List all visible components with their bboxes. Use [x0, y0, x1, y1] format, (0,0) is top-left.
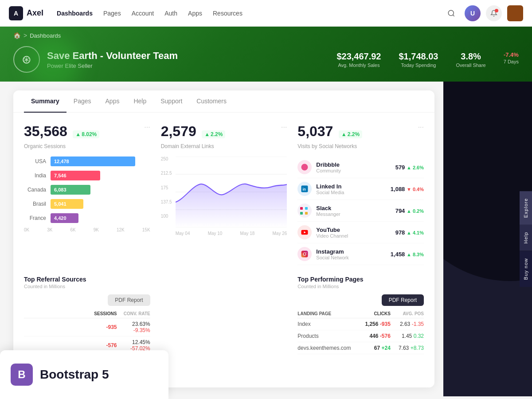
bar-fill: 4,420 [51, 213, 78, 223]
stat-label: 7 Days [504, 59, 519, 64]
bar-fill: 12,478 [51, 156, 135, 166]
main-area: Summary Pages Apps Help Support Customer… [0, 82, 532, 396]
green-header: 🏠 > Dashboards ⊛ Save Earth - Volunteer … [0, 27, 532, 82]
nav-pages[interactable]: Pages [103, 10, 121, 17]
linkedin-icon: in [297, 182, 312, 196]
page-clicks: 67 +24 [361, 345, 391, 351]
social-info: YouTube Video Channel [316, 227, 348, 239]
social-label: Visits by Social Networks [297, 143, 424, 149]
line-chart-container: 250 212.5 175 137.5 100 [161, 156, 287, 236]
instagram-icon [297, 247, 312, 261]
domain-links-more[interactable]: ··· [281, 123, 287, 131]
axis-label: 12K [117, 227, 125, 232]
page-clicks: 446 -576 [361, 333, 391, 339]
search-button[interactable] [443, 5, 459, 21]
social-row-slack: Slack Messanger 794 ▲ 0.2% [297, 200, 424, 222]
metric-header: 2,579 ▲ 2.2% ··· [161, 123, 287, 140]
brand-name: Axel [27, 8, 43, 18]
referral-pdf-btn[interactable]: PDF Report [108, 294, 150, 306]
brand[interactable]: A Axel [9, 6, 43, 20]
axis-label: 15K [142, 227, 150, 232]
axis-label: 6K [70, 227, 76, 232]
nav-dashboards[interactable]: Dashboards [57, 10, 93, 17]
col-header [24, 311, 83, 316]
stat-today-spending: $1,748.03 Today Spending [399, 51, 438, 68]
user-profile-btn[interactable]: U [465, 5, 481, 21]
social-info: Linked In Social Media [316, 183, 344, 195]
page-clicks: 1,256 -935 [361, 321, 391, 327]
social-row-instagram: Instagram Social Network 1,458 ▲ 8.3% [297, 243, 424, 265]
social-count: 1,458 ▲ 8.3% [391, 251, 424, 258]
social-name: Slack [316, 205, 340, 211]
dribbble-icon [297, 160, 312, 174]
bar-value: 5,041 [54, 201, 66, 207]
tab-summary[interactable]: Summary [24, 90, 66, 113]
social-count: 579 ▲ 2.6% [395, 164, 424, 171]
user-avatar[interactable] [507, 5, 523, 21]
bar-value: 7,546 [54, 173, 66, 178]
social-right: 794 ▲ 0.2% [395, 207, 424, 214]
svg-point-13 [306, 252, 307, 253]
col-header-rate: CONV. RATE [121, 311, 150, 316]
col-header-pos: AVG. POS [394, 311, 424, 316]
tab-customers[interactable]: Customers [189, 90, 234, 113]
nav-account[interactable]: Account [132, 10, 154, 17]
referral-sessions: -935 [87, 324, 117, 330]
bar-row-france: France 4,420 [24, 213, 150, 223]
referral-rate: 12.45% -57.02% [121, 339, 150, 352]
referral-sessions: -576 [87, 342, 117, 348]
social-more[interactable]: ··· [418, 123, 424, 131]
x-axis: May 04 May 10 May 18 May 26 [176, 231, 287, 236]
svg-point-0 [448, 10, 454, 16]
white-card: Summary Pages Apps Help Support Customer… [13, 90, 434, 387]
bar-value: 12,478 [54, 159, 69, 164]
nav-resources[interactable]: Resources [213, 10, 243, 17]
header-content: ⊛ Save Earth - Volunteer Team Power Elit… [13, 46, 519, 82]
metrics-grid: 35,568 ▲ 8.02% ··· Organic Sessions USA … [13, 113, 434, 276]
social-count: 1,088 ▼ 0.4% [391, 186, 424, 192]
organic-sessions-change: ▲ 8.02% [73, 130, 99, 138]
stat-value: $23,467.92 [336, 51, 381, 62]
top-pages-pdf-btn[interactable]: PDF Report [382, 294, 424, 306]
explore-button[interactable]: Explore [520, 191, 532, 225]
tab-pages[interactable]: Pages [66, 90, 98, 113]
stat-label: Avg. Monthly Sales [336, 63, 381, 68]
bar-value: 4,420 [54, 215, 66, 221]
bar-row-india: India 7,546 [24, 171, 150, 180]
nav-apps[interactable]: Apps [188, 10, 202, 17]
bar-value: 6,083 [54, 187, 66, 192]
top-pages-title: Top Performing Pages [297, 276, 424, 283]
side-buttons: Explore Help Buy now [520, 191, 532, 287]
domain-links-value: 2,579 [161, 123, 196, 139]
organic-sessions-more[interactable]: ··· [144, 123, 150, 131]
line-chart: May 04 May 10 May 18 May 26 [176, 156, 287, 236]
buy-now-button[interactable]: Buy now [520, 251, 532, 287]
stat-overall-share: 3.8% Overall Share [456, 51, 485, 68]
social-type: Social Network [316, 255, 348, 260]
tab-apps[interactable]: Apps [98, 90, 127, 113]
social-name: Instagram [316, 248, 348, 255]
stat-value: $1,748.03 [399, 51, 438, 62]
metric-value-area: 35,568 ▲ 8.02% [24, 123, 99, 140]
social-networks-panel: 5,037 ▲ 2.2% ··· Visits by Social Networ… [297, 123, 424, 265]
bar-axis: 0K 3K 6K 9K 12K 15K [24, 227, 150, 232]
bar-country: India [24, 172, 46, 179]
line-chart-svg [176, 156, 287, 227]
tab-help[interactable]: Help [126, 90, 153, 113]
social-right: 1,088 ▼ 0.4% [391, 186, 424, 192]
nav-links: Dashboards Pages Account Auth Apps Resou… [57, 10, 443, 17]
dark-circle [443, 82, 532, 281]
social-right: 978 ▲ 4.1% [395, 229, 424, 236]
axis-label: 0K [24, 227, 29, 232]
social-info: Dribbble Community [316, 161, 341, 173]
bar-fill: 7,546 [51, 171, 100, 180]
nav-auth[interactable]: Auth [164, 10, 177, 17]
col-header-sessions: SESSIONS [87, 311, 117, 316]
top-pages-panel: Top Performing Pages Counted in Millions… [297, 276, 424, 373]
notifications-btn[interactable] [486, 5, 502, 21]
tab-support[interactable]: Support [153, 90, 189, 113]
bootstrap-icon: B [11, 364, 33, 386]
help-button[interactable]: Help [520, 225, 532, 251]
domain-links-label: Domain External Links [161, 143, 287, 149]
header-title-area: Save Earth - Volunteer Team Power Elite … [47, 50, 336, 69]
